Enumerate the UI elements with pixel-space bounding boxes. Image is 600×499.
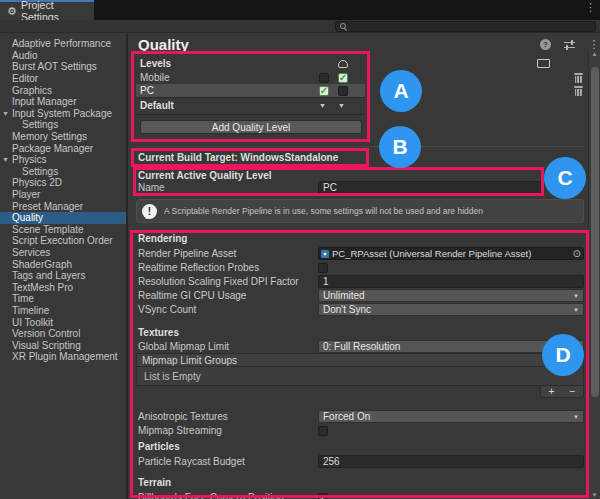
sidebar-item-version-control[interactable]: Version Control: [0, 328, 126, 340]
name-row: Name PC: [138, 181, 542, 194]
warning-icon: !: [142, 204, 157, 219]
sidebar-item-textmesh-pro[interactable]: TextMesh Pro: [0, 281, 126, 293]
add-item-button[interactable]: +: [541, 386, 562, 397]
anisotropic-dropdown[interactable]: Forced On▼: [318, 410, 584, 423]
trash-icon[interactable]: [574, 73, 583, 83]
resolution-scaling-row: Resolution Scaling Fixed DPI Factor 1: [138, 275, 584, 288]
mipmap-limit-groups-header[interactable]: Mipmap Limit Groups: [136, 353, 584, 366]
mobile-checkbox[interactable]: ✓: [338, 73, 348, 83]
sidebar-item-physics[interactable]: ▼Physics: [0, 154, 126, 166]
resolution-scaling-field[interactable]: 1: [318, 275, 584, 288]
sidebar-item-preset-manager[interactable]: Preset Manager: [0, 200, 126, 212]
quality-level-row-mobile[interactable]: Mobile ✓: [136, 71, 365, 84]
sidebar-item-package-manager[interactable]: Package Manager: [0, 142, 126, 154]
sidebar-item-audio[interactable]: Audio: [0, 50, 126, 62]
default-desktop-dropdown-icon[interactable]: ▼: [319, 102, 326, 109]
mipmap-streaming-checkbox[interactable]: [318, 426, 328, 436]
chevron-down-icon: ▼: [573, 307, 579, 313]
sidebar-item-player[interactable]: Player: [0, 189, 126, 201]
rendering-header: Rendering: [138, 233, 187, 244]
vsync-dropdown[interactable]: Don't Sync▼: [318, 303, 584, 316]
sidebar-item-xr-plugin-management[interactable]: XR Plugin Management: [0, 351, 126, 363]
mobile-checkbox[interactable]: [338, 86, 348, 96]
textures-header: Textures: [138, 327, 179, 338]
check-icon: ✓: [339, 74, 347, 82]
build-target-row: Current Build Target: WindowsStandalone: [138, 151, 584, 164]
urp-asset-icon: [321, 250, 329, 258]
sidebar-item-timeline[interactable]: Timeline: [0, 305, 126, 317]
vertical-scrollbar[interactable]: ▲ ▼: [588, 50, 600, 499]
sidebar-item-input-manager[interactable]: Input Manager: [0, 96, 126, 108]
sidebar-item-ui-toolkit[interactable]: UI Toolkit: [0, 316, 126, 328]
render-pipeline-asset-row: Render Pipeline Asset PC_RPAsset (Univer…: [138, 247, 584, 260]
sidebar-item-graphics[interactable]: Graphics: [0, 84, 126, 96]
sidebar-item-burst-aot-settings[interactable]: Burst AOT Settings: [0, 61, 126, 73]
quality-settings-panel: Quality ? Levels Mobile ✓ PC ✓ Default ▼…: [130, 33, 588, 499]
page-title: Quality: [138, 36, 189, 53]
global-mipmap-dropdown[interactable]: 0: Full Resolution▼: [318, 340, 584, 353]
realtime-reflection-probes-checkbox[interactable]: [318, 263, 328, 273]
object-picker-icon[interactable]: ⊙: [573, 248, 581, 259]
help-icon[interactable]: ?: [540, 39, 551, 50]
desktop-checkbox[interactable]: [319, 73, 329, 83]
sidebar-item-visual-scripting[interactable]: Visual Scripting: [0, 339, 126, 351]
gear-icon: ⚙: [7, 6, 17, 17]
add-quality-level-button[interactable]: Add Quality Level: [140, 120, 362, 134]
build-target-text: Current Build Target: WindowsStandalone: [138, 152, 338, 163]
billboards-row: Billboards Face Camera Position ✓: [138, 491, 584, 499]
levels-header: Levels: [136, 58, 354, 69]
preset-icon[interactable]: [564, 40, 575, 50]
sidebar-item-scene-template[interactable]: Scene Template: [0, 224, 126, 236]
trash-icon[interactable]: [574, 86, 583, 96]
sidebar-item-editor[interactable]: Editor: [0, 73, 126, 85]
chevron-down-icon: ▼: [573, 414, 579, 420]
search-input[interactable]: [335, 21, 596, 32]
default-label: Default: [136, 100, 365, 111]
check-icon: ✓: [320, 87, 328, 95]
particle-raycast-field[interactable]: 256: [318, 455, 584, 468]
foldout-arrow-icon[interactable]: ▼: [2, 110, 9, 117]
sidebar-item-quality[interactable]: Quality: [0, 212, 126, 224]
render-pipeline-asset-field[interactable]: PC_RPAsset (Universal Render Pipeline As…: [318, 247, 584, 260]
mipmap-limit-groups-list: List is Empty: [136, 366, 584, 386]
mipmap-streaming-row: Mipmap Streaming: [138, 424, 584, 437]
list-empty-text: List is Empty: [144, 371, 201, 382]
scroll-down-icon[interactable]: ▼: [589, 492, 600, 498]
sidebar-item-script-execution-order[interactable]: Script Execution Order: [0, 235, 126, 247]
sidebar-item-physics-2d[interactable]: Physics 2D: [0, 177, 126, 189]
srp-warning-box: ! A Scriptable Render Pipeline is in use…: [136, 199, 584, 223]
sidebar-item-physics-settings[interactable]: Settings: [0, 166, 126, 178]
tab-project-settings[interactable]: ⚙ Project Settings: [0, 0, 94, 20]
terrain-header: Terrain: [138, 477, 171, 488]
panel-menu-icon[interactable]: ⋮: [588, 38, 600, 51]
realtime-gi-dropdown[interactable]: Unlimited▼: [318, 289, 584, 302]
check-icon: ✓: [319, 494, 327, 499]
quality-level-row-pc[interactable]: PC ✓: [136, 84, 365, 97]
realtime-reflection-probes-row: Realtime Reflection Probes: [138, 261, 584, 274]
particles-header: Particles: [138, 441, 180, 452]
divider: [136, 114, 365, 115]
scrollbar-thumb[interactable]: [591, 67, 599, 397]
sidebar-item-shadergraph[interactable]: ShaderGraph: [0, 258, 126, 270]
foldout-arrow-icon[interactable]: ▼: [2, 156, 9, 163]
billboards-checkbox[interactable]: ✓: [318, 493, 328, 499]
default-mobile-dropdown-icon[interactable]: ▼: [338, 102, 345, 109]
name-field[interactable]: PC: [318, 181, 542, 194]
name-label: Name: [138, 182, 318, 193]
sidebar-item-memory-settings[interactable]: Memory Settings: [0, 131, 126, 143]
remove-item-button[interactable]: −: [562, 386, 583, 397]
anisotropic-row: Anisotropic Textures Forced On▼: [138, 410, 584, 423]
scroll-up-icon[interactable]: ▲: [589, 51, 600, 57]
desktop-checkbox[interactable]: ✓: [319, 86, 329, 96]
sidebar-item-tags-and-layers[interactable]: Tags and Layers: [0, 270, 126, 282]
sidebar-item-input-system-settings[interactable]: Settings: [0, 119, 126, 131]
chevron-down-icon: ▼: [573, 293, 579, 299]
divider: [136, 97, 365, 98]
window-menu-icon[interactable]: ⋮: [585, 2, 596, 13]
global-mipmap-row: Global Mipmap Limit 0: Full Resolution▼: [138, 340, 584, 353]
sidebar-item-adaptive-performance[interactable]: Adaptive Performance: [0, 38, 126, 50]
settings-sidebar: Adaptive Performance Audio Burst AOT Set…: [0, 33, 128, 499]
sidebar-item-services[interactable]: Services: [0, 247, 126, 259]
sidebar-item-input-system-package[interactable]: ▼Input System Package: [0, 108, 126, 120]
sidebar-item-time[interactable]: Time: [0, 293, 126, 305]
